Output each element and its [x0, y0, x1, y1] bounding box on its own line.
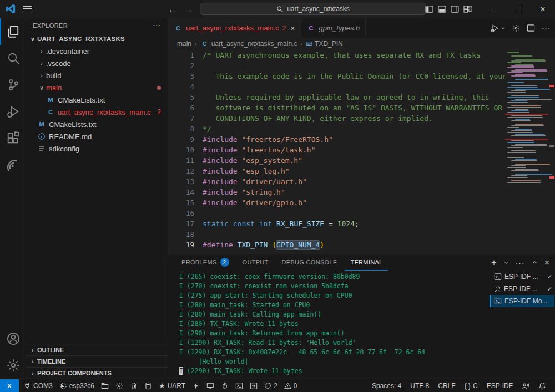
statusbar-monitor-device[interactable]: [203, 379, 218, 392]
statusbar-warnings-count[interactable]: 0: [281, 379, 301, 392]
code-line-17[interactable]: 17static const int RX_BUF_SIZE = 1024;: [168, 218, 555, 229]
new-terminal-icon[interactable]: +: [491, 258, 496, 268]
error-icon: [264, 382, 271, 389]
statusbar-device-target[interactable]: esp32c6: [56, 379, 98, 392]
sidebar-section-timeline[interactable]: ›TIMELINE: [26, 355, 168, 367]
tree-item-sdkconfig[interactable]: sdkconfig: [26, 142, 168, 155]
statusbar-full-clean[interactable]: [127, 379, 141, 392]
tree-item--vscode[interactable]: ›.vscode: [26, 57, 168, 69]
statusbar-serial-port[interactable]: COM3: [20, 379, 56, 392]
toggle-sidebar-icon[interactable]: [425, 6, 433, 13]
activity-bar-explorer-icon[interactable]: [0, 18, 26, 45]
code-line-14[interactable]: 14#include "string.h": [168, 187, 555, 197]
toggle-panel-icon[interactable]: [438, 6, 446, 13]
gear-icon[interactable]: [512, 24, 520, 32]
code-line-13[interactable]: 13#include "driver/uart.h": [168, 176, 555, 187]
code-line-8[interactable]: 8*/: [168, 124, 555, 134]
breadcrumb-item-0[interactable]: main: [177, 40, 191, 48]
panel-tab-debug-console[interactable]: DEBUG CONSOLE: [276, 254, 343, 271]
tree-item-uart-async-rxtxtasks-main-c[interactable]: Cuart_async_rxtxtasks_main.c2: [26, 106, 168, 118]
command-center-search[interactable]: uart_async_rxtxtasks: [200, 3, 426, 15]
code-line-9[interactable]: 9#include "freertos/FreeRTOS.h": [168, 134, 555, 145]
code-line-5[interactable]: 5 Unless required by applicable law or a…: [168, 92, 555, 103]
back-button[interactable]: ←: [167, 4, 178, 14]
code-line-10[interactable]: 10#include "freertos/task.h": [168, 145, 555, 155]
run-button[interactable]: [491, 24, 506, 33]
statusbar-remote-indicator[interactable]: [0, 379, 19, 392]
panel-tab-terminal[interactable]: TERMINAL: [345, 254, 388, 271]
statusbar-notifications[interactable]: [534, 379, 551, 392]
statusbar-eol[interactable]: CRLF: [433, 379, 460, 392]
activity-bar-search-icon[interactable]: [0, 45, 26, 72]
toggle-secondary-sidebar-icon[interactable]: [451, 6, 459, 13]
code-line-6[interactable]: 6 software is distributed on an "AS IS" …: [168, 103, 555, 113]
breadcrumb-item-1[interactable]: Cuart_async_rxtxtasks_main.c: [200, 39, 297, 48]
code-line-4[interactable]: 4: [168, 82, 555, 92]
panel-more-icon[interactable]: ···: [516, 258, 525, 267]
close-tab-icon[interactable]: ×: [290, 24, 295, 33]
statusbar-errors-count[interactable]: 2: [261, 379, 281, 392]
tree-item-cmakelists-txt[interactable]: MCMakeLists.txt: [26, 94, 168, 106]
tree-item-readme-md[interactable]: README.md: [26, 130, 168, 142]
statusbar-flash-method[interactable]: ★UART: [155, 379, 189, 392]
tree-item-main[interactable]: ∨main: [26, 82, 168, 94]
statusbar-sdk-configuration[interactable]: [112, 379, 127, 392]
overview-ruler[interactable]: [548, 50, 555, 254]
statusbar-feedback[interactable]: [517, 379, 534, 392]
close-panel-icon[interactable]: ×: [544, 258, 549, 268]
panel-tab-problems[interactable]: PROBLEMS2: [176, 254, 235, 271]
statusbar-build-flash-monitor[interactable]: [218, 379, 232, 392]
sidebar-section-project-components[interactable]: ›PROJECT COMPONENTS: [26, 367, 168, 379]
tree-item--devcontainer[interactable]: ›.devcontainer: [26, 45, 168, 57]
activity-bar-source-control-icon[interactable]: [0, 72, 26, 98]
code-line-12[interactable]: 12#include "esp_log.h": [168, 166, 555, 176]
customize-layout-icon[interactable]: [463, 6, 472, 13]
activity-bar-settings-icon[interactable]: [0, 352, 26, 379]
activity-bar-accounts-icon[interactable]: [0, 325, 26, 352]
code-editor[interactable]: 1/* UART asynchronous example, that uses…: [168, 50, 555, 254]
breadcrumb-item-2[interactable]: TXD_PIN: [306, 40, 343, 48]
code-line-15[interactable]: 15#include "driver/gpio.h": [168, 197, 555, 208]
close-button[interactable]: ×: [531, 0, 555, 18]
statusbar-indentation[interactable]: Spaces: 4: [367, 379, 406, 392]
sidebar-section-outline[interactable]: ›OUTLINE: [26, 344, 168, 355]
editor-tab-gpio-types-h[interactable]: Cgpio_types.h: [301, 18, 366, 38]
statusbar-language-mode[interactable]: { }C: [460, 379, 482, 392]
code-line-19[interactable]: 19#define TXD_PIN (GPIO_NUM_4): [168, 240, 555, 250]
explorer-more-actions-icon[interactable]: ···: [153, 22, 161, 29]
statusbar-erase-flash[interactable]: [141, 379, 155, 392]
activity-bar-esp-idf-icon[interactable]: [0, 151, 26, 178]
statusbar-run-commands[interactable]: [246, 379, 261, 392]
code-line-16[interactable]: 16: [168, 208, 555, 218]
statusbar-flash-device[interactable]: [189, 379, 203, 392]
tree-item-cmakelists-txt[interactable]: MCMakeLists.txt: [26, 118, 168, 130]
terminal-list-item[interactable]: ESP-IDF ...✓: [490, 283, 554, 295]
more-actions-icon[interactable]: ···: [542, 24, 551, 32]
minimap[interactable]: [505, 50, 548, 254]
statusbar-encoding[interactable]: UTF-8: [406, 379, 433, 392]
terminal-list-item[interactable]: ESP-IDF ...✓: [490, 271, 554, 283]
panel-tab-output[interactable]: OUTPUT: [237, 254, 274, 271]
activity-bar-run-debug-icon[interactable]: [0, 98, 26, 125]
menu-icon[interactable]: [23, 6, 32, 12]
tree-root[interactable]: ∨UART_ASYNC_RXTXTASKS: [26, 33, 168, 45]
code-line-3[interactable]: 3 This example code is in the Public Dom…: [168, 71, 555, 82]
code-line-18[interactable]: 18: [168, 229, 555, 240]
statusbar-select-project-folder[interactable]: [98, 379, 112, 392]
terminal-list-item[interactable]: ESP-IDF Mo...: [490, 295, 554, 307]
code-line-2[interactable]: 2: [168, 60, 555, 71]
launch-profile-chevron-icon[interactable]: [503, 260, 509, 266]
tree-item-build[interactable]: ›build: [26, 69, 168, 82]
maximize-button[interactable]: [506, 0, 531, 18]
code-line-11[interactable]: 11#include "esp_system.h": [168, 155, 555, 166]
minimize-button[interactable]: [482, 0, 506, 18]
statusbar-esp-idf-version[interactable]: ESP-IDF: [482, 379, 517, 392]
split-editor-icon[interactable]: [527, 24, 535, 32]
activity-bar-extensions-icon[interactable]: [0, 125, 26, 151]
editor-tab-uart-async-rxtxtasks-main-c[interactable]: Cuart_async_rxtxtasks_main.c2×: [168, 18, 301, 38]
code-line-1[interactable]: 1/* UART asynchronous example, that uses…: [168, 50, 555, 60]
statusbar-open-terminal[interactable]: [232, 379, 246, 392]
maximize-panel-icon[interactable]: [532, 259, 538, 266]
forward-button[interactable]: →: [183, 4, 194, 14]
code-line-7[interactable]: 7 CONDITIONS OF ANY KIND, either express…: [168, 113, 555, 124]
